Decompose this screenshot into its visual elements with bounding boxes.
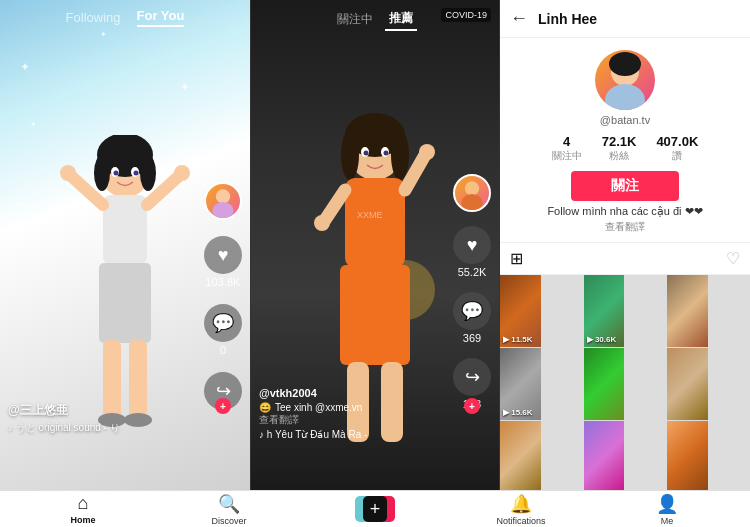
comment-count-left: 0 [220,344,226,356]
video-grid: ▶ 11.5K ▶ 30.6K ▶ 15.6K [500,275,750,490]
stat-following: 4 關注中 [552,134,582,163]
profile-handle: @batan.tv [600,114,650,126]
video-thumb-9[interactable] [667,421,708,490]
heart-icon-left: ♥ [204,236,242,274]
video-thumb-3[interactable] [667,275,708,347]
avatar-container-mid[interactable]: + [453,174,491,212]
svg-point-7 [134,171,139,176]
video-grid-header: ⊞ ♡ [500,242,750,275]
follow-plus-mid: + [464,398,480,414]
svg-text:XXME: XXME [357,210,383,220]
likes-num: 407.0K [656,134,698,149]
video-thumb-6[interactable] [667,348,708,420]
svg-point-6 [114,171,119,176]
liked-videos-icon[interactable]: ♡ [726,249,740,268]
covid-badge: COVID-19 [441,8,491,22]
like-count-mid: 55.2K [458,266,487,278]
video-thumb-8[interactable] [584,421,625,490]
sparkle-5: ✦ [15,200,22,209]
svg-point-17 [124,413,152,427]
video-thumb-4[interactable]: ▶ 15.6K [500,348,541,420]
translate-link-mid[interactable]: 查看翻譯 [259,413,367,427]
comment-item-left[interactable]: 💬 0 [204,304,242,356]
followers-num: 72.1K [602,134,637,149]
notifications-label: Notifications [496,516,545,526]
share-icon-mid: ↪ [453,358,491,396]
profile-stats: 4 關注中 72.1K 粉絲 407.0K 讚 [552,134,699,163]
recommended-tab-mid[interactable]: 推薦 [385,8,417,31]
comment-icon-mid: 💬 [453,292,491,330]
grid-view-icon[interactable]: ⊞ [510,249,523,268]
video-thumb-1[interactable]: ▶ 11.5K [500,275,541,347]
sound-mid: ♪ h Yêu Từ Đầu Mà Ra - [259,429,367,440]
svg-rect-8 [103,195,147,265]
follow-plus-left: + [215,398,231,414]
following-tab-left[interactable]: Following [66,10,121,25]
discover-icon: 🔍 [218,493,240,515]
svg-rect-35 [340,265,410,365]
thumb-count-1: ▶ 11.5K [503,335,533,344]
like-item-mid[interactable]: ♥ 55.2K [453,226,491,278]
notifications-icon: 🔔 [510,493,532,515]
sparkle-2: ✦ [180,80,190,94]
svg-rect-29 [345,178,405,268]
nav-discover[interactable]: 🔍 Discover [156,493,302,526]
right-icons-mid: + ♥ 55.2K 💬 369 ↪ 108 [453,174,491,410]
svg-point-38 [465,181,479,195]
sound-left: ♪ うと original sound - り [8,421,120,435]
nav-add[interactable]: + [302,496,448,522]
me-label: Me [661,516,674,526]
avatar-container-left[interactable]: + [204,182,242,220]
desc-text: Tee xinh @xxme.vn [275,402,362,413]
stat-followers: 72.1K 粉絲 [602,134,637,163]
nav-notifications[interactable]: 🔔 Notifications [448,493,594,526]
home-icon: ⌂ [78,493,89,514]
svg-point-27 [364,151,369,156]
svg-point-33 [314,215,330,231]
top-nav-left: Following For You [0,0,250,35]
add-btn[interactable]: + [355,496,395,522]
video-thumb-7[interactable] [500,421,541,490]
video-thumb-5[interactable] [584,348,625,420]
bottom-nav: ⌂ Home 🔍 Discover + 🔔 Notifications 👤 Me [0,490,750,527]
home-label: Home [70,515,95,525]
nav-home[interactable]: ⌂ Home [10,493,156,525]
back-button[interactable]: ← [510,8,528,29]
video-thumb-2[interactable]: ▶ 30.6K [584,275,625,347]
thumb-count-2: ▶ 30.6K [587,335,617,344]
bottom-info-left: @三上悠亜 ♪ うと original sound - り [8,402,120,435]
heart-icon-mid: ♥ [453,226,491,264]
thumb-count-4: ▶ 15.6K [503,408,533,417]
following-tab-mid[interactable]: 關注中 [333,9,377,30]
svg-point-42 [609,52,641,76]
svg-line-32 [325,190,345,220]
followers-label: 粉絲 [609,149,629,163]
me-icon: 👤 [656,493,678,515]
for-you-tab-left[interactable]: For You [137,8,185,27]
username-left: @三上悠亜 [8,402,120,419]
svg-point-23 [341,130,359,180]
stat-likes: 407.0K 讚 [656,134,698,163]
sparkle-3: ✦ [30,120,37,129]
svg-rect-37 [381,362,403,442]
nav-me[interactable]: 👤 Me [594,493,740,526]
svg-rect-13 [99,263,151,343]
svg-point-19 [212,202,233,218]
svg-point-18 [216,189,230,203]
svg-rect-15 [129,340,147,420]
profile-name: Linh Hee [538,11,597,27]
following-num: 4 [563,134,570,149]
left-girl-figure [55,135,195,435]
svg-point-31 [419,144,435,160]
like-item-left[interactable]: ♥ 103.8K [204,236,242,288]
top-bar-mid: 關注中 推薦 COVID-19 [251,0,499,39]
sparkle-1: ✦ [20,60,30,74]
svg-point-41 [605,84,645,110]
follow-button[interactable]: 關注 [571,171,679,201]
likes-label: 讚 [672,149,682,163]
comment-item-mid[interactable]: 💬 369 [453,292,491,344]
middle-video-panel: XXME 關注中 推薦 COVID-19 + [250,0,500,490]
translate-link-right[interactable]: 查看翻譯 [605,220,645,234]
left-video-panel: ✦ ✦ ✦ ✦ ✦ ✦ [0,0,250,490]
right-icons-left: + ♥ 103.8K 💬 0 ↪ [204,182,242,410]
